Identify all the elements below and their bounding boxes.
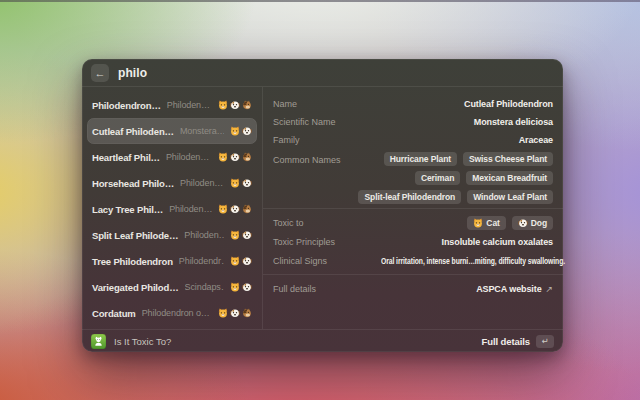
list-item-title: Horsehead Philo… xyxy=(92,178,174,189)
list-item[interactable]: Horsehead Philo…Philoden… xyxy=(87,170,257,196)
toxic-to-tag-label: Dog xyxy=(531,218,547,228)
link-text: ASPCA website xyxy=(476,284,541,294)
return-key-icon: ↵ xyxy=(536,335,554,348)
list-item-title: Cordatum xyxy=(92,308,136,319)
list-item[interactable]: Heartleaf Phil…Philoden… xyxy=(87,144,257,170)
dog-emoji-icon xyxy=(518,218,528,228)
dog-emoji-icon xyxy=(230,308,240,318)
list-item-subtitle: Philodendr… xyxy=(179,256,224,266)
aspca-website-link[interactable]: ASPCA website ↗ xyxy=(476,284,553,294)
list-item[interactable]: Split Leaf Philode…Philoden… xyxy=(87,222,257,248)
toxic-to-tag-cat: Cat xyxy=(467,216,505,230)
detail-row-toxic-principles: Toxic Principles Insoluble calcium oxala… xyxy=(273,232,553,251)
detail-panel: Name Cutleaf Philodendron Scientific Nam… xyxy=(263,87,563,329)
detail-row-name: Name Cutleaf Philodendron xyxy=(273,95,553,113)
external-link-icon: ↗ xyxy=(546,284,553,294)
list-item-subtitle: Philodendron o… xyxy=(142,308,210,318)
toxic-animals-group xyxy=(218,204,252,214)
list-item-title: Tree Philodendron xyxy=(92,256,173,267)
common-name-tag: Hurricane Plant xyxy=(384,152,457,166)
back-button[interactable]: ← xyxy=(91,64,109,82)
dog-emoji-icon xyxy=(242,282,252,292)
app-icon xyxy=(91,334,106,349)
toxic-animals-group xyxy=(218,100,252,110)
dog-emoji-icon xyxy=(230,100,240,110)
list-item-subtitle: Scindaps… xyxy=(185,282,224,292)
cat-emoji-icon xyxy=(230,282,240,292)
horse-emoji-icon xyxy=(242,204,252,214)
search-input[interactable]: philo xyxy=(118,66,147,80)
toxic-animals-group xyxy=(230,178,252,188)
list-item[interactable]: Lacy Tree Phil…Philoden… xyxy=(87,196,257,222)
cat-emoji-icon xyxy=(218,308,228,318)
full-details-action[interactable]: Full details ↵ xyxy=(482,335,554,348)
list-item-subtitle: Philoden… xyxy=(167,100,210,110)
cat-emoji-icon xyxy=(230,230,240,240)
back-arrow-icon: ← xyxy=(95,67,106,79)
toxic-to-tag-label: Cat xyxy=(486,218,499,228)
detail-label: Scientific Name xyxy=(273,117,336,127)
horse-emoji-icon xyxy=(242,100,252,110)
detail-value: Insoluble calcium oxalates xyxy=(442,237,553,247)
detail-row-full-details: Full details ASPCA website ↗ xyxy=(273,279,553,298)
detail-value: Araceae xyxy=(519,135,553,145)
toxic-animals-group xyxy=(218,308,252,318)
list-item-title: Heartleaf Phil… xyxy=(92,152,160,163)
cat-emoji-icon xyxy=(218,204,228,214)
app-name: Is It Toxic To? xyxy=(114,336,171,347)
detail-value: Cutleaf Philodendron xyxy=(464,99,553,109)
detail-label: Toxic Principles xyxy=(273,237,335,247)
list-item[interactable]: Cutleaf Philoden…Monstera… xyxy=(87,118,257,144)
list-item-title: Variegated Philod… xyxy=(92,282,179,293)
common-name-tag: Window Leaf Plant xyxy=(467,190,553,204)
list-item[interactable]: Philodendron…Philoden… xyxy=(87,92,257,118)
list-item-title: Lacy Tree Phil… xyxy=(92,204,163,215)
action-bar: Is It Toxic To? Full details ↵ xyxy=(82,329,563,352)
detail-row-toxic-to: Toxic to CatDog xyxy=(273,213,553,232)
toxic-animals-group xyxy=(230,282,252,292)
results-list: Philodendron…Philoden…Cutleaf Philoden…M… xyxy=(82,87,263,329)
detail-label: Name xyxy=(273,99,297,109)
dog-emoji-icon xyxy=(242,230,252,240)
list-item[interactable]: Tree PhilodendronPhilodendr… xyxy=(87,248,257,274)
list-item-subtitle: Monstera… xyxy=(180,126,224,136)
action-label: Full details xyxy=(482,336,530,347)
common-name-tag: Mexican Breadfruit xyxy=(466,171,553,185)
desktop-background: ← philo Philodendron…Philoden…Cutleaf Ph… xyxy=(0,0,640,400)
cat-emoji-icon xyxy=(230,126,240,136)
detail-label: Toxic to xyxy=(273,218,304,228)
toxic-to-tag-dog: Dog xyxy=(512,216,553,230)
common-name-tag: Swiss Cheese Plant xyxy=(463,152,553,166)
horse-emoji-icon xyxy=(242,308,252,318)
dog-emoji-icon xyxy=(242,178,252,188)
cat-emoji-icon xyxy=(230,256,240,266)
list-item-title: Cutleaf Philoden… xyxy=(92,126,174,137)
dog-emoji-icon xyxy=(242,256,252,266)
cat-emoji-icon xyxy=(218,152,228,162)
toxic-to-tags: CatDog xyxy=(312,216,553,230)
list-item[interactable]: Variegated Philod…Scindaps… xyxy=(87,274,257,300)
toxic-animals-group xyxy=(230,256,252,266)
horse-emoji-icon xyxy=(242,152,252,162)
detail-label: Family xyxy=(273,135,300,145)
cat-emoji-icon xyxy=(230,178,240,188)
toxic-animals-group xyxy=(230,230,252,240)
toxic-animals-group xyxy=(230,126,252,136)
list-item-title: Philodendron… xyxy=(92,100,161,111)
detail-row-clinical-signs: Clinical Signs Oral irritation, intense … xyxy=(273,251,553,270)
section-divider xyxy=(263,274,563,275)
list-item-subtitle: Philoden… xyxy=(180,178,223,188)
detail-label: Clinical Signs xyxy=(273,256,327,266)
raycast-window: ← philo Philodendron…Philoden…Cutleaf Ph… xyxy=(82,59,563,352)
section-divider xyxy=(263,208,563,209)
detail-row-family: Family Araceae xyxy=(273,131,553,149)
cat-emoji-icon xyxy=(473,218,483,228)
detail-value: Oral irritation, intense burni…miting, d… xyxy=(381,256,565,266)
detail-value: Monstera deliciosa xyxy=(474,117,553,127)
detail-row-common-names: Common Names Hurricane PlantSwiss Cheese… xyxy=(273,152,553,204)
common-name-tag: Split-leaf Philodendron xyxy=(358,190,461,204)
list-item-title: Split Leaf Philode… xyxy=(92,230,178,241)
dog-emoji-icon xyxy=(230,152,240,162)
list-item[interactable]: CordatumPhilodendron o… xyxy=(87,300,257,326)
toxic-animals-group xyxy=(218,152,252,162)
